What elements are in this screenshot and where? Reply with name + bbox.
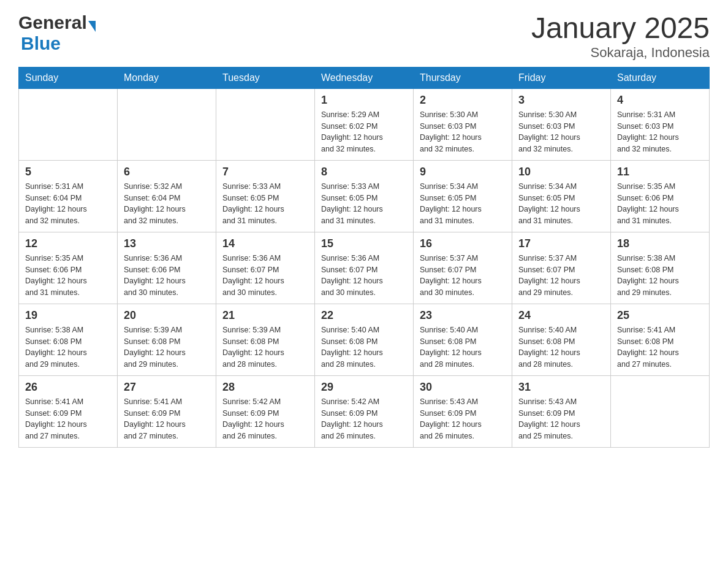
day-info: Sunrise: 5:40 AM Sunset: 6:08 PM Dayligh… — [518, 324, 604, 370]
day-number: 10 — [518, 166, 604, 178]
day-number: 30 — [420, 381, 506, 394]
day-info: Sunrise: 5:35 AM Sunset: 6:06 PM Dayligh… — [25, 253, 111, 299]
table-row: 20Sunrise: 5:39 AM Sunset: 6:08 PM Dayli… — [118, 304, 216, 375]
table-row — [118, 88, 216, 160]
day-number: 15 — [321, 237, 407, 250]
calendar-week-row: 12Sunrise: 5:35 AM Sunset: 6:06 PM Dayli… — [19, 232, 710, 304]
table-row: 8Sunrise: 5:33 AM Sunset: 6:05 PM Daylig… — [315, 160, 414, 232]
day-number: 28 — [222, 381, 308, 394]
day-number: 18 — [617, 237, 703, 250]
table-row: 13Sunrise: 5:36 AM Sunset: 6:06 PM Dayli… — [118, 232, 216, 304]
header-wednesday: Wednesday — [315, 67, 414, 88]
day-info: Sunrise: 5:33 AM Sunset: 6:05 PM Dayligh… — [222, 181, 308, 227]
day-number: 5 — [25, 166, 111, 178]
day-number: 17 — [518, 237, 604, 250]
day-number: 8 — [321, 166, 407, 178]
calendar-table: Sunday Monday Tuesday Wednesday Thursday… — [18, 67, 710, 448]
logo-blue-text: Blue — [21, 33, 61, 54]
table-row: 3Sunrise: 5:30 AM Sunset: 6:03 PM Daylig… — [512, 88, 611, 160]
day-info: Sunrise: 5:29 AM Sunset: 6:02 PM Dayligh… — [321, 109, 407, 155]
day-number: 14 — [222, 237, 308, 250]
day-info: Sunrise: 5:33 AM Sunset: 6:05 PM Dayligh… — [321, 181, 407, 227]
day-number: 16 — [420, 237, 506, 250]
calendar-title: January 2025 — [531, 12, 710, 45]
day-info: Sunrise: 5:36 AM Sunset: 6:07 PM Dayligh… — [222, 253, 308, 299]
table-row: 11Sunrise: 5:35 AM Sunset: 6:06 PM Dayli… — [611, 160, 710, 232]
day-info: Sunrise: 5:41 AM Sunset: 6:08 PM Dayligh… — [617, 324, 703, 370]
table-row: 31Sunrise: 5:43 AM Sunset: 6:09 PM Dayli… — [512, 375, 611, 447]
calendar-week-row: 26Sunrise: 5:41 AM Sunset: 6:09 PM Dayli… — [19, 375, 710, 447]
table-row: 10Sunrise: 5:34 AM Sunset: 6:05 PM Dayli… — [512, 160, 611, 232]
day-info: Sunrise: 5:31 AM Sunset: 6:03 PM Dayligh… — [617, 109, 703, 155]
day-number: 29 — [321, 381, 407, 394]
calendar-header-row: Sunday Monday Tuesday Wednesday Thursday… — [19, 67, 710, 88]
day-number: 3 — [518, 94, 604, 107]
day-info: Sunrise: 5:37 AM Sunset: 6:07 PM Dayligh… — [518, 253, 604, 299]
logo-general-text: General — [18, 12, 87, 33]
table-row: 26Sunrise: 5:41 AM Sunset: 6:09 PM Dayli… — [19, 375, 118, 447]
table-row: 29Sunrise: 5:42 AM Sunset: 6:09 PM Dayli… — [315, 375, 414, 447]
table-row: 21Sunrise: 5:39 AM Sunset: 6:08 PM Dayli… — [216, 304, 315, 375]
day-number: 27 — [124, 381, 210, 394]
table-row: 22Sunrise: 5:40 AM Sunset: 6:08 PM Dayli… — [315, 304, 414, 375]
day-number: 22 — [321, 309, 407, 322]
title-area: January 2025 Sokaraja, Indonesia — [531, 12, 710, 61]
header-thursday: Thursday — [414, 67, 512, 88]
table-row — [19, 88, 118, 160]
day-number: 20 — [124, 309, 210, 322]
table-row: 15Sunrise: 5:36 AM Sunset: 6:07 PM Dayli… — [315, 232, 414, 304]
table-row: 5Sunrise: 5:31 AM Sunset: 6:04 PM Daylig… — [19, 160, 118, 232]
day-number: 26 — [25, 381, 111, 394]
day-number: 24 — [518, 309, 604, 322]
day-info: Sunrise: 5:37 AM Sunset: 6:07 PM Dayligh… — [420, 253, 506, 299]
table-row: 28Sunrise: 5:42 AM Sunset: 6:09 PM Dayli… — [216, 375, 315, 447]
day-info: Sunrise: 5:34 AM Sunset: 6:05 PM Dayligh… — [420, 181, 506, 227]
table-row: 23Sunrise: 5:40 AM Sunset: 6:08 PM Dayli… — [414, 304, 512, 375]
day-number: 13 — [124, 237, 210, 250]
day-number: 2 — [420, 94, 506, 107]
table-row: 24Sunrise: 5:40 AM Sunset: 6:08 PM Dayli… — [512, 304, 611, 375]
day-info: Sunrise: 5:38 AM Sunset: 6:08 PM Dayligh… — [25, 324, 111, 370]
calendar-week-row: 19Sunrise: 5:38 AM Sunset: 6:08 PM Dayli… — [19, 304, 710, 375]
table-row: 25Sunrise: 5:41 AM Sunset: 6:08 PM Dayli… — [611, 304, 710, 375]
day-info: Sunrise: 5:39 AM Sunset: 6:08 PM Dayligh… — [124, 324, 210, 370]
day-number: 6 — [124, 166, 210, 178]
day-number: 11 — [617, 166, 703, 178]
header-tuesday: Tuesday — [216, 67, 315, 88]
day-info: Sunrise: 5:42 AM Sunset: 6:09 PM Dayligh… — [321, 396, 407, 442]
day-number: 4 — [617, 94, 703, 107]
day-info: Sunrise: 5:39 AM Sunset: 6:08 PM Dayligh… — [222, 324, 308, 370]
table-row: 17Sunrise: 5:37 AM Sunset: 6:07 PM Dayli… — [512, 232, 611, 304]
day-number: 21 — [222, 309, 308, 322]
table-row: 16Sunrise: 5:37 AM Sunset: 6:07 PM Dayli… — [414, 232, 512, 304]
header-saturday: Saturday — [611, 67, 710, 88]
table-row: 7Sunrise: 5:33 AM Sunset: 6:05 PM Daylig… — [216, 160, 315, 232]
day-info: Sunrise: 5:38 AM Sunset: 6:08 PM Dayligh… — [617, 253, 703, 299]
day-number: 9 — [420, 166, 506, 178]
table-row: 27Sunrise: 5:41 AM Sunset: 6:09 PM Dayli… — [118, 375, 216, 447]
day-number: 23 — [420, 309, 506, 322]
day-info: Sunrise: 5:43 AM Sunset: 6:09 PM Dayligh… — [518, 396, 604, 442]
day-number: 1 — [321, 94, 407, 107]
table-row: 2Sunrise: 5:30 AM Sunset: 6:03 PM Daylig… — [414, 88, 512, 160]
day-info: Sunrise: 5:40 AM Sunset: 6:08 PM Dayligh… — [420, 324, 506, 370]
table-row: 18Sunrise: 5:38 AM Sunset: 6:08 PM Dayli… — [611, 232, 710, 304]
day-info: Sunrise: 5:36 AM Sunset: 6:06 PM Dayligh… — [124, 253, 210, 299]
table-row: 9Sunrise: 5:34 AM Sunset: 6:05 PM Daylig… — [414, 160, 512, 232]
table-row: 12Sunrise: 5:35 AM Sunset: 6:06 PM Dayli… — [19, 232, 118, 304]
header-monday: Monday — [118, 67, 216, 88]
day-info: Sunrise: 5:32 AM Sunset: 6:04 PM Dayligh… — [124, 181, 210, 227]
calendar-week-row: 5Sunrise: 5:31 AM Sunset: 6:04 PM Daylig… — [19, 160, 710, 232]
day-info: Sunrise: 5:34 AM Sunset: 6:05 PM Dayligh… — [518, 181, 604, 227]
table-row — [216, 88, 315, 160]
day-number: 19 — [25, 309, 111, 322]
table-row: 1Sunrise: 5:29 AM Sunset: 6:02 PM Daylig… — [315, 88, 414, 160]
day-info: Sunrise: 5:43 AM Sunset: 6:09 PM Dayligh… — [420, 396, 506, 442]
day-info: Sunrise: 5:30 AM Sunset: 6:03 PM Dayligh… — [420, 109, 506, 155]
day-info: Sunrise: 5:35 AM Sunset: 6:06 PM Dayligh… — [617, 181, 703, 227]
day-info: Sunrise: 5:40 AM Sunset: 6:08 PM Dayligh… — [321, 324, 407, 370]
day-number: 7 — [222, 166, 308, 178]
logo: General Blue — [18, 12, 96, 54]
day-info: Sunrise: 5:42 AM Sunset: 6:09 PM Dayligh… — [222, 396, 308, 442]
calendar-week-row: 1Sunrise: 5:29 AM Sunset: 6:02 PM Daylig… — [19, 88, 710, 160]
